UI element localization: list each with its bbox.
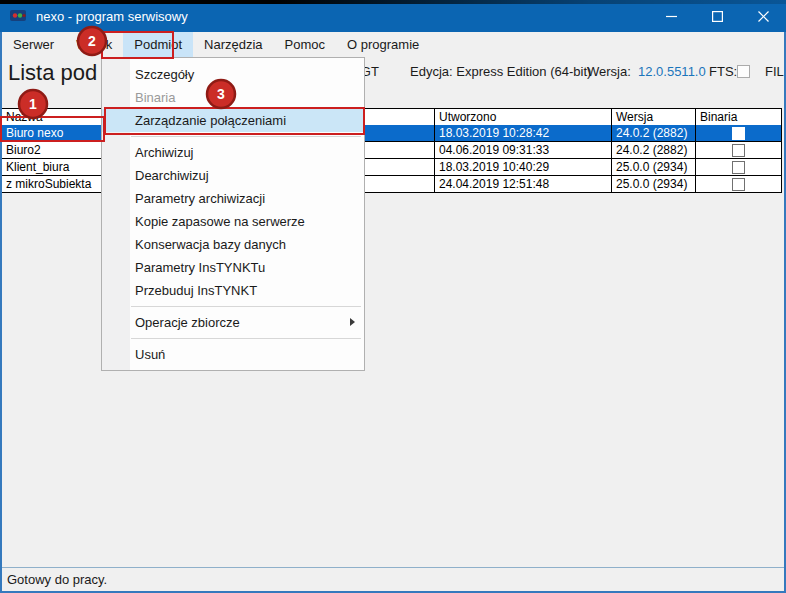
version-cell: 24.0.2 (2882) <box>612 142 696 159</box>
menu-item-kopie-zapasowe-na-serwerze[interactable]: Kopie zapasowe na serwerze <box>102 210 364 233</box>
name-cell: z mikroSubiekta <box>2 176 102 193</box>
created-cell: 24.04.2019 12:51:48 <box>435 176 612 193</box>
app-icon <box>10 9 28 23</box>
fts-checkbox[interactable] <box>737 65 750 78</box>
submenu-arrow-icon <box>350 318 355 326</box>
menu-item-przebuduj-instynkt[interactable]: Przebuduj InsTYNKT <box>102 279 364 302</box>
menu-item-parametry-instynktu[interactable]: Parametry InsTYNKTu <box>102 256 364 279</box>
maximize-button[interactable] <box>694 0 740 32</box>
menubar-item-o-programie[interactable]: O programie <box>336 32 430 57</box>
podmiot-dropdown-menu: SzczegółyBinariaZarządzanie połączeniami… <box>101 57 365 371</box>
menu-separator <box>131 136 361 137</box>
menubar-item-podmiot[interactable]: Podmiot <box>123 32 193 57</box>
fts-label: FTS: <box>709 64 737 79</box>
window-border-left <box>0 32 2 593</box>
binaria-checkbox[interactable] <box>732 161 745 174</box>
name-cell: Biuro2 <box>2 142 102 159</box>
created-cell: 18.03.2019 10:28:42 <box>435 125 612 142</box>
name-cell: Klient_biura <box>2 159 102 176</box>
minimize-button[interactable] <box>648 0 694 32</box>
binaria-cell <box>696 125 782 142</box>
close-button[interactable] <box>740 0 786 32</box>
column-header-binaria[interactable]: Binaria <box>696 109 782 126</box>
binaria-cell <box>696 176 782 193</box>
created-cell: 18.03.2019 10:40:29 <box>435 159 612 176</box>
menu-item-zarz-dzanie-po-czeniami[interactable]: Zarządzanie połączeniami <box>102 109 364 132</box>
menu-separator <box>131 338 361 339</box>
menu-item-archiwizuj[interactable]: Archiwizuj <box>102 141 364 164</box>
window-top-edge <box>0 0 786 4</box>
status-text: Gotowy do pracy. <box>7 572 107 587</box>
created-cell: 04.06.2019 09:31:33 <box>435 142 612 159</box>
menubar: SerwerWidokPodmiotNarzędziaPomocO progra… <box>2 32 784 57</box>
binaria-cell <box>696 142 782 159</box>
name-cell: Biuro nexo <box>2 125 102 142</box>
menubar-item-widok[interactable]: Widok <box>65 32 123 57</box>
column-header-utworzono[interactable]: Utworzono <box>435 109 612 126</box>
binaria-checkbox[interactable] <box>732 127 745 140</box>
app-window: nexo - program serwisowy SerwerWidokPodm… <box>0 0 786 593</box>
statusbar: Gotowy do pracy. <box>2 567 784 591</box>
menu-item-dearchiwizuj[interactable]: Dearchiwizuj <box>102 164 364 187</box>
menu-item-binaria[interactable]: Binaria <box>102 86 364 109</box>
column-header-nazwa[interactable]: Nazwa <box>2 109 102 126</box>
menu-item-szczeg-y[interactable]: Szczegóły <box>102 63 364 86</box>
menubar-item-pomoc[interactable]: Pomoc <box>274 32 336 57</box>
binaria-checkbox[interactable] <box>732 144 745 157</box>
window-controls <box>648 0 786 32</box>
menu-item-operacje-zbiorcze[interactable]: Operacje zbiorcze <box>102 311 364 334</box>
binaria-checkbox[interactable] <box>732 178 745 191</box>
menubar-item-narz-dzia[interactable]: Narzędzia <box>193 32 274 57</box>
edition-label: Edycja: Express Edition (64-bit) <box>410 64 591 79</box>
version-cell: 24.0.2 (2882) <box>612 125 696 142</box>
version-cell: 25.0.0 (2934) <box>612 159 696 176</box>
menu-item-usu[interactable]: Usuń <box>102 343 364 366</box>
version-cell: 25.0.0 (2934) <box>612 176 696 193</box>
window-title: nexo - program serwisowy <box>36 9 188 24</box>
filestream-label: FILES <box>765 64 786 79</box>
menu-item-konserwacja-bazy-danych[interactable]: Konserwacja bazy danych <box>102 233 364 256</box>
column-header-wersja[interactable]: Wersja <box>612 109 696 126</box>
menu-separator <box>131 306 361 307</box>
version-value: 12.0.5511.0 <box>638 64 706 79</box>
version-label: Wersja: <box>587 64 631 79</box>
titlebar: nexo - program serwisowy <box>0 0 786 32</box>
menubar-item-serwer[interactable]: Serwer <box>2 32 65 57</box>
menu-item-parametry-archiwizacji[interactable]: Parametry archiwizacji <box>102 187 364 210</box>
binaria-cell <box>696 159 782 176</box>
